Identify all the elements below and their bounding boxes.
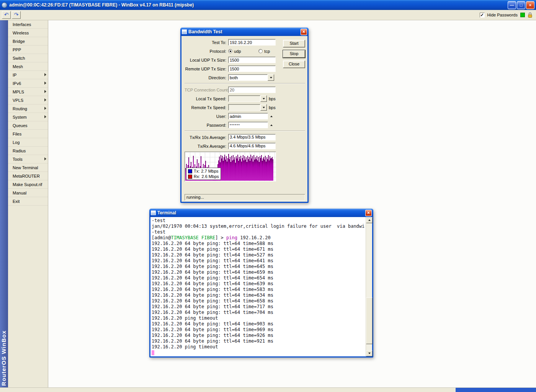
terminal-line: 192.16.2.20 64 byte ping: ttl=64 time=71… bbox=[152, 304, 365, 310]
tcp-connection-count-input[interactable] bbox=[228, 87, 276, 93]
maximize-button[interactable]: □ bbox=[517, 1, 525, 9]
sidebar-item[interactable]: Switch bbox=[8, 54, 48, 62]
hide-passwords-checkbox[interactable]: ✓ bbox=[480, 13, 485, 18]
scroll-down-button[interactable] bbox=[366, 350, 373, 356]
terminal-close-button[interactable]: × bbox=[365, 210, 372, 216]
sidebar-item-label: VPLS bbox=[13, 98, 23, 103]
sidebar-item[interactable]: Wireless bbox=[8, 29, 48, 37]
password-expand-button[interactable] bbox=[269, 122, 274, 128]
remote-tx-speed-input[interactable] bbox=[228, 104, 260, 111]
terminal-line: -test bbox=[152, 229, 365, 235]
separator bbox=[185, 83, 305, 84]
chevron-down-icon bbox=[270, 77, 272, 78]
close-button[interactable]: × bbox=[526, 1, 534, 9]
sidebar-item[interactable]: MetaROUTER bbox=[8, 172, 48, 180]
sidebar-item[interactable]: New Terminal bbox=[8, 163, 48, 172]
sidebar-item-label: Queues bbox=[13, 123, 28, 128]
sidebar-item[interactable]: Files bbox=[8, 130, 48, 138]
sidebar-item[interactable]: IPv6 bbox=[8, 79, 48, 88]
avg-10s-value: 3.4 Mbps/3.5 Mbps bbox=[228, 134, 276, 140]
direction-row: Direction: bbox=[185, 74, 305, 81]
sidebar-item[interactable]: System bbox=[8, 113, 48, 121]
sidebar-item[interactable]: IP bbox=[8, 71, 48, 79]
sidebar-item[interactable]: Routing bbox=[8, 105, 48, 113]
dialog-icon bbox=[151, 211, 156, 215]
terminal-line: 192.16.2.20 ping timeout bbox=[152, 315, 365, 321]
terminal-line: 192.16.2.20 64 byte ping: ttl=64 time=63… bbox=[152, 281, 365, 287]
sidebar-item[interactable]: Mesh bbox=[8, 62, 48, 71]
chevron-up-icon bbox=[270, 116, 273, 117]
terminal-line: 192.16.2.20 64 byte ping: ttl=64 time=58… bbox=[152, 241, 365, 247]
winbox-app: admin@00:0C:42:26:FD:E7 (TIMASYBASE FIBR… bbox=[0, 0, 536, 392]
sidebar-item-label: PPP bbox=[13, 47, 21, 52]
lock-icon bbox=[528, 12, 533, 18]
scroll-up-button[interactable] bbox=[366, 217, 373, 223]
stop-button[interactable]: Stop bbox=[283, 50, 305, 58]
terminal-titlebar[interactable]: Terminal × bbox=[149, 209, 373, 217]
terminal-line: 192.16.2.20 64 byte ping: ttl=64 time=96… bbox=[152, 327, 365, 333]
sidebar-item[interactable]: VPLS bbox=[8, 96, 48, 105]
terminal-line: 192.16.2.20 64 byte ping: ttl=64 time=64… bbox=[152, 258, 365, 264]
dialog-icon bbox=[182, 29, 187, 34]
terminal-cursor bbox=[152, 350, 154, 355]
sidebar-item[interactable]: Radius bbox=[8, 147, 48, 155]
password-label: Password: bbox=[185, 123, 228, 127]
sidebar-item[interactable]: Exit bbox=[8, 197, 48, 206]
sidebar-item[interactable]: Bridge bbox=[8, 37, 48, 46]
terminal-output[interactable]: -testjan/02/1970 00:04:13 system,error,c… bbox=[152, 218, 365, 356]
minimize-button[interactable]: — bbox=[508, 1, 516, 9]
local-tx-speed-input[interactable] bbox=[228, 95, 260, 102]
sidebar-item-label: Log bbox=[13, 140, 20, 145]
remote-tx-speed-dropdown-button[interactable] bbox=[260, 104, 267, 111]
remote-tx-speed-unit: bps bbox=[269, 105, 276, 110]
submenu-arrow-icon bbox=[44, 98, 46, 101]
avg-total-row: Tx/Rx Average: 4.6 Mbps/4.6 Mbps bbox=[185, 143, 305, 149]
sidebar-item[interactable]: Queues bbox=[8, 121, 48, 130]
legend-tx-label: Tx: bbox=[194, 169, 199, 173]
protocol-udp-radio[interactable] bbox=[228, 49, 232, 53]
terminal-scrollbar[interactable] bbox=[366, 217, 372, 356]
redo-button[interactable]: ↷ bbox=[12, 11, 21, 19]
local-tx-speed-dropdown-button[interactable] bbox=[260, 95, 267, 102]
submenu-arrow-icon bbox=[44, 157, 46, 160]
bandwidth-test-close-button[interactable]: × bbox=[301, 29, 307, 35]
direction-dropdown-button[interactable] bbox=[268, 74, 274, 81]
terminal-line: [admin@TIMASYBASE FIBRE] > ping 192.16.2… bbox=[152, 235, 365, 241]
sidebar-item[interactable]: Log bbox=[8, 138, 48, 147]
remote-udp-tx-size-input[interactable] bbox=[228, 65, 276, 72]
undo-button[interactable]: ↶ bbox=[2, 11, 11, 19]
terminal-line: 192.16.2.20 64 byte ping: ttl=64 time=92… bbox=[152, 333, 365, 338]
direction-input[interactable] bbox=[228, 74, 268, 81]
submenu-arrow-icon bbox=[44, 107, 46, 110]
sidebar-item-label: MPLS bbox=[13, 90, 24, 94]
scrollbar-thumb[interactable] bbox=[366, 297, 373, 344]
sidebar-item[interactable]: Tools bbox=[8, 155, 48, 163]
terminal-title: Terminal bbox=[157, 210, 176, 216]
sidebar-item[interactable]: Interfaces bbox=[8, 20, 48, 29]
test-to-input[interactable] bbox=[228, 39, 276, 46]
sidebar-item-label: Exit bbox=[13, 199, 20, 204]
start-button[interactable]: Start bbox=[283, 40, 305, 47]
sidebar-item[interactable]: Manual bbox=[8, 189, 48, 197]
tcp-connection-count-label: TCP Connection Count: bbox=[185, 88, 228, 92]
sidebar-item[interactable]: Make Supout.rif bbox=[8, 180, 48, 189]
local-udp-tx-size-input[interactable] bbox=[228, 57, 276, 63]
sidebar-item-label: Tools bbox=[13, 157, 23, 162]
password-row: Password: bbox=[185, 122, 305, 128]
terminal-line: 192.16.2.20 64 byte ping: ttl=64 time=92… bbox=[152, 338, 365, 344]
user-input[interactable] bbox=[228, 113, 268, 119]
user-expand-button[interactable] bbox=[269, 114, 274, 119]
sidebar-item[interactable]: MPLS bbox=[8, 88, 48, 96]
main-titlebar[interactable]: admin@00:0C:42:26:FD:E7 (TIMASYBASE FIBR… bbox=[0, 0, 536, 10]
bandwidth-test-titlebar[interactable]: Bandwidth Test × bbox=[180, 28, 309, 36]
protocol-tcp-radio[interactable] bbox=[258, 49, 263, 53]
side-strip: RouterOS WinBox bbox=[0, 20, 8, 387]
terminal-line: 192.16.2.20 64 byte ping: ttl=64 time=70… bbox=[152, 310, 365, 315]
sidebar-item[interactable]: PPP bbox=[8, 46, 48, 54]
sidebar-item-label: Interfaces bbox=[13, 22, 31, 27]
sidebar-item-label: Mesh bbox=[13, 64, 23, 69]
close-dialog-button[interactable]: Close bbox=[283, 60, 305, 68]
terminal-line: -test bbox=[152, 218, 365, 224]
password-input[interactable] bbox=[228, 122, 268, 128]
bottom-bar bbox=[0, 387, 536, 392]
